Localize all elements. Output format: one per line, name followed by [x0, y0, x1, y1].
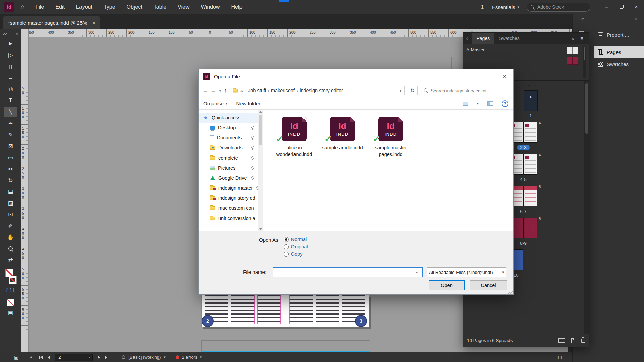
fill-swatch[interactable]	[5, 269, 13, 277]
file-name-dropdown-icon[interactable]: ▾	[416, 270, 418, 274]
menu-window[interactable]: Window	[201, 4, 220, 10]
line-tool[interactable]: ╲	[4, 107, 17, 117]
organise-button[interactable]: Organise ▾	[203, 101, 227, 106]
file-name-input[interactable]	[273, 267, 423, 277]
radio-copy[interactable]: Copy	[284, 251, 308, 257]
refresh-icon[interactable]: ↻	[408, 86, 418, 95]
sidebar-item-documents[interactable]: Documents	[199, 133, 258, 143]
tab-cycle-icon[interactable]: ◇	[466, 36, 469, 40]
dock-item-swatches[interactable]: Swatches	[594, 58, 644, 70]
close-button[interactable]: ×	[633, 4, 639, 10]
tab-close-icon[interactable]: ×	[92, 20, 95, 26]
scroll-up-icon[interactable]	[259, 111, 262, 113]
formatting-affects-icons[interactable]: ▢T	[4, 284, 17, 295]
search-box[interactable]	[421, 86, 509, 95]
page-thumbnail[interactable]	[523, 154, 537, 175]
page-thumbnail[interactable]	[524, 90, 538, 111]
minimize-button[interactable]: –	[604, 4, 610, 10]
current-page-select[interactable]: 2 ▾	[55, 354, 93, 361]
apply-none-icon[interactable]	[7, 299, 14, 306]
pages-scrollbar[interactable]	[584, 81, 589, 334]
type-tool[interactable]: T	[4, 95, 17, 106]
page-tool[interactable]: ▯	[4, 61, 17, 72]
master-spread-thumbnail[interactable]	[567, 47, 578, 54]
sidebar-item-indesign-master[interactable]: indesign master	[199, 183, 258, 193]
back-icon[interactable]: ←	[203, 87, 208, 94]
adobe-stock-search[interactable]: Adobe Stock	[527, 3, 590, 12]
delete-page-icon[interactable]	[581, 339, 585, 343]
chevron-down-icon[interactable]: ▾	[86, 354, 92, 361]
menu-file[interactable]: File	[35, 4, 44, 10]
gradient-feather-tool[interactable]: ▨	[4, 198, 17, 208]
collapse-panels-icon[interactable]: «	[635, 16, 637, 22]
screen-mode-icon[interactable]: ▣	[14, 355, 18, 360]
scissors-tool[interactable]: ✂	[4, 164, 17, 174]
previous-page-button[interactable]	[48, 356, 50, 359]
pencil-tool[interactable]: ✎	[4, 129, 17, 140]
dock-item-pages[interactable]: Pages	[594, 46, 644, 58]
address-bar[interactable]: « Job stuff›makeuseof›indesign story edi…	[230, 86, 405, 95]
page-number-badge[interactable]: 2	[202, 315, 214, 327]
sidebar-item-complete[interactable]: complete	[199, 153, 258, 163]
normal-screen-mode-icon[interactable]: ▣	[4, 307, 17, 318]
sidebar-scrollbar[interactable]	[258, 110, 263, 231]
collapse-panels-icon[interactable]: «	[581, 16, 584, 22]
forward-icon[interactable]: →	[211, 87, 216, 94]
file-type-select[interactable]: All Readable Files (*.indd;*.indt) ▾	[427, 267, 506, 277]
up-icon[interactable]: ↑	[224, 87, 227, 94]
chevron-down-icon[interactable]: ▾	[200, 355, 202, 359]
tab-pages[interactable]: Pages	[472, 33, 494, 44]
spread-1[interactable]: 1	[524, 90, 538, 119]
sidebar-item-pictures[interactable]: Pictures	[199, 163, 258, 173]
collapse-statusbar-icon[interactable]	[30, 356, 33, 358]
last-page-button[interactable]	[105, 356, 108, 359]
zoom-tool[interactable]	[4, 243, 17, 254]
first-page-button[interactable]	[39, 356, 43, 359]
hand-tool[interactable]: ✋	[4, 232, 17, 243]
fill-stroke-well[interactable]	[4, 269, 17, 284]
menu-table[interactable]: Table	[154, 4, 166, 10]
home-icon[interactable]: ⌂	[21, 3, 24, 11]
gap-tool[interactable]: ↔	[4, 72, 17, 83]
breadcrumb-indesign-story-editor[interactable]: indesign story editor	[300, 88, 343, 93]
radio-original[interactable]: Original	[284, 244, 308, 249]
sidebar-item-mac-custom-con[interactable]: mac custom con	[199, 203, 258, 213]
file-sample-article-indd[interactable]: IdINDD✓sample article.indd	[319, 117, 366, 151]
chevron-down-icon[interactable]: ▾	[164, 355, 166, 359]
panel-menu-icon[interactable]: ≡	[578, 35, 586, 41]
master-thumbnails[interactable]	[567, 47, 578, 65]
gradient-swatch-tool[interactable]: ▤	[4, 186, 17, 197]
document-tab[interactable]: *sample master pages.indd @ 25% ×	[3, 16, 100, 29]
sidebar-item-downloads[interactable]: Downloads	[199, 143, 258, 153]
search-input[interactable]	[431, 88, 506, 93]
ruler-origin-corner[interactable]	[21, 29, 29, 37]
sidebar-item-quick-access[interactable]: Quick access	[199, 113, 258, 123]
open-button[interactable]: Open	[429, 280, 465, 290]
sidebar-item-google-drive[interactable]: Google Drive	[199, 173, 258, 183]
file-sample-master-pages-indd[interactable]: IdINDD✓sample master pages.indd	[367, 117, 414, 158]
page-thumbnail[interactable]	[523, 122, 537, 143]
sidebar-item-indesign-story-ed[interactable]: indesign story ed	[199, 193, 258, 203]
master-spread-thumbnail[interactable]	[567, 57, 578, 65]
scrollbar-thumb[interactable]	[259, 115, 262, 145]
page-thumbnail[interactable]	[523, 186, 537, 206]
scroll-down-icon[interactable]	[259, 228, 262, 230]
preflight-profile[interactable]: [Basic] (working) ▾	[122, 355, 166, 360]
recent-locations-icon[interactable]: ▾	[219, 89, 221, 93]
create-new-page-icon[interactable]	[571, 338, 575, 343]
new-folder-button[interactable]: New folder	[236, 101, 260, 106]
rectangle-tool[interactable]: ▭	[4, 152, 17, 163]
next-page-button[interactable]	[98, 356, 100, 359]
stroke-swatch[interactable]	[9, 276, 16, 284]
tools-close-icon[interactable]: ×	[16, 32, 18, 36]
vertical-ruler[interactable]: 50100150200250300350400450500550600	[21, 37, 29, 352]
menu-type[interactable]: Type	[104, 4, 115, 10]
panel-collapse-icon[interactable]: »	[569, 35, 577, 41]
page-number-badge[interactable]: 3	[355, 315, 367, 327]
breadcrumb-makeuseof[interactable]: makeuseof	[271, 88, 295, 93]
edit-spread-icon[interactable]	[558, 338, 565, 343]
cancel-button[interactable]: Cancel	[470, 280, 507, 290]
menu-view[interactable]: View	[178, 4, 189, 10]
file-alice-in-wonderland-indd[interactable]: IdINDD✓alice in wonderland.indd	[271, 117, 318, 158]
master-page-item[interactable]: A-Master	[466, 47, 485, 52]
